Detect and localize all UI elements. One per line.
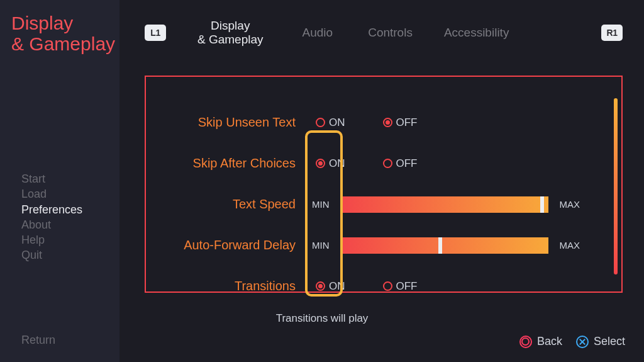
l1-bumper-icon[interactable]: L1 [145, 25, 166, 41]
label-skip-after: Skip After Choices [146, 156, 304, 171]
settings-panel: Skip Unseen Text ON OFF Skip After Choic… [145, 76, 623, 293]
sidebar-item-about[interactable]: About [21, 217, 119, 232]
label-transitions: Transitions [146, 279, 304, 293]
auto-forward-slider[interactable] [341, 237, 548, 254]
footer-hints: Back Select [519, 335, 625, 348]
opt-label: ON [329, 157, 345, 170]
slider-handle[interactable] [540, 196, 544, 213]
r1-bumper-icon[interactable]: R1 [601, 25, 623, 41]
transitions-off[interactable]: OFF [383, 280, 418, 293]
row-transitions: Transitions ON OFF [146, 266, 621, 307]
row-auto-forward: Auto-Forward Delay MIN MAX [146, 225, 621, 266]
skip-unseen-off[interactable]: OFF [383, 116, 418, 129]
select-label: Select [594, 335, 625, 348]
side-menu: Start Load Preferences About Help Quit [8, 171, 119, 263]
text-speed-slider[interactable] [341, 196, 548, 213]
auto-forward-slider-wrap: MIN MAX [304, 237, 580, 254]
opt-label: OFF [396, 116, 418, 129]
title-line1: Display [11, 13, 73, 33]
radio-icon [383, 281, 392, 291]
skip-after-on[interactable]: ON [316, 157, 345, 170]
transitions-on[interactable]: ON [316, 280, 345, 293]
sidebar-item-quit[interactable]: Quit [21, 247, 119, 263]
text-speed-slider-wrap: MIN MAX [304, 196, 580, 213]
hint-text: Transitions will play [0, 312, 644, 325]
circle-button-icon [519, 336, 532, 348]
row-skip-after: Skip After Choices ON OFF [146, 143, 621, 184]
opts-skip-after: ON OFF [304, 157, 418, 170]
tab-display-gameplay[interactable]: Display& Gameplay [197, 19, 264, 47]
sidebar-item-load[interactable]: Load [21, 186, 119, 201]
tab-audio[interactable]: Audio [303, 26, 333, 40]
sidebar-item-preferences[interactable]: Preferences [21, 202, 119, 217]
row-text-speed: Text Speed MIN MAX [146, 184, 621, 225]
max-label: MAX [560, 199, 580, 210]
opts-transitions: ON OFF [304, 280, 418, 293]
radio-icon [316, 159, 325, 168]
opt-label: OFF [396, 157, 418, 170]
return-button[interactable]: Return [21, 334, 55, 347]
label-auto-forward: Auto-Forward Delay [146, 238, 304, 252]
select-hint: Select [576, 335, 625, 348]
label-skip-unseen: Skip Unseen Text [146, 115, 304, 130]
tab-controls[interactable]: Controls [368, 26, 413, 40]
page-title: Display & Gameplay [8, 13, 119, 54]
skip-unseen-on[interactable]: ON [316, 116, 345, 129]
tab-accessibility[interactable]: Accessibility [444, 26, 509, 40]
opt-label: ON [329, 116, 345, 129]
max-label: MAX [560, 240, 580, 251]
sidebar-item-help[interactable]: Help [21, 232, 119, 247]
tab-label: Display& Gameplay [197, 19, 264, 46]
opts-skip-unseen: ON OFF [304, 116, 418, 129]
min-label: MIN [312, 199, 330, 210]
sidebar: Display & Gameplay Start Load Preference… [0, 0, 119, 362]
back-label: Back [537, 335, 562, 348]
label-text-speed: Text Speed [146, 197, 304, 212]
scroll-indicator[interactable] [614, 98, 618, 274]
skip-after-off[interactable]: OFF [383, 157, 418, 170]
row-skip-unseen: Skip Unseen Text ON OFF [146, 102, 621, 143]
slider-handle[interactable] [438, 237, 442, 254]
radio-icon [383, 118, 392, 127]
settings-rows: Skip Unseen Text ON OFF Skip After Choic… [146, 77, 621, 307]
title-line2: & Gameplay [11, 33, 115, 54]
cross-button-icon [576, 336, 589, 348]
opt-label: OFF [396, 280, 418, 293]
opt-label: ON [329, 280, 345, 293]
min-label: MIN [312, 240, 330, 251]
back-hint: Back [519, 335, 562, 348]
radio-icon [316, 281, 325, 291]
radio-icon [383, 159, 392, 168]
radio-icon [316, 118, 325, 127]
tab-bar: L1 Display& Gameplay Audio Controls Acce… [145, 19, 623, 47]
sidebar-item-start[interactable]: Start [21, 171, 119, 186]
